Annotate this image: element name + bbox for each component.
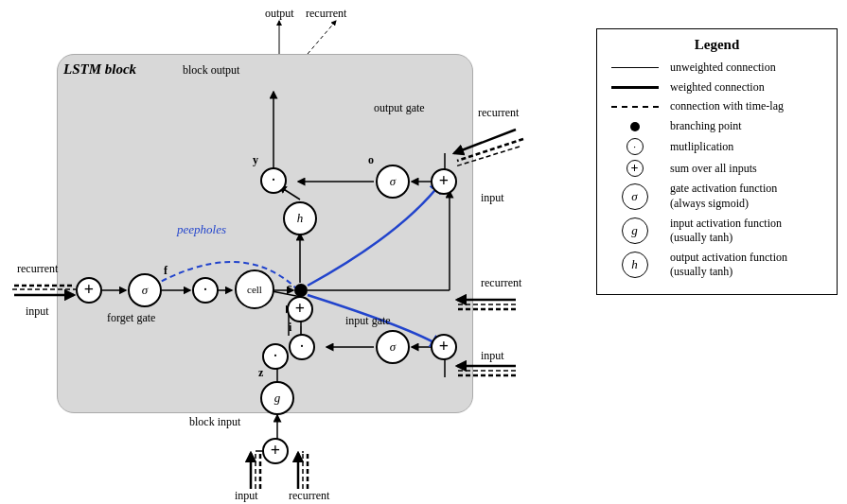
output-label: output: [265, 7, 294, 21]
input-bottom-label: input: [235, 489, 258, 503]
input-right-bottom-label: input: [481, 349, 504, 363]
forget-gate-label: forget gate: [107, 311, 155, 325]
timelag-text: connection with time-lag: [670, 99, 784, 114]
unweighted-text: unweighted connection: [670, 61, 776, 76]
g-circle: g: [622, 217, 648, 244]
recurrent-right-middle-label: recurrent: [481, 276, 521, 290]
legend-item-unweighted: unweighted connection: [609, 61, 825, 76]
recurrent-top-label: recurrent: [306, 7, 346, 21]
legend-title: Legend: [609, 37, 825, 53]
gate-activation-text: gate activation function(always sigmoid): [670, 182, 777, 211]
legend-item-sum: + sum over all inputs: [609, 160, 825, 177]
output-activation-symbol: h: [609, 252, 661, 278]
weighted-line-symbol: [609, 86, 661, 89]
branch-point-c: [294, 284, 308, 297]
legend-item-output-activation: h output activation function(usually tan…: [609, 251, 825, 280]
legend-item-input-activation: g input activation function(usually tanh…: [609, 217, 825, 246]
cell-input-plus: +: [287, 296, 313, 322]
forget-gate-sigma: σ: [128, 273, 162, 307]
input-gate-sigma: σ: [376, 330, 410, 364]
recurrent-left-label: recurrent: [17, 262, 58, 276]
f-label: f: [164, 264, 168, 278]
output-gate-sigma: σ: [376, 165, 410, 199]
multiply-text: mutliplication: [670, 140, 733, 155]
h-circle: h: [622, 252, 648, 278]
sum-circle: +: [626, 160, 644, 177]
multiply-circle: ·: [626, 138, 644, 155]
sigma-circle: σ: [622, 183, 648, 210]
forget-gate-dot: ·: [192, 277, 219, 304]
input-gate-plus: +: [431, 334, 457, 360]
legend-item-gate-activation: σ gate activation function(always sigmoi…: [609, 182, 825, 211]
input-gate-label: input gate: [345, 314, 391, 328]
gate-activation-symbol: σ: [609, 183, 661, 210]
branch-symbol: [609, 122, 661, 131]
input-left-label: input: [26, 304, 49, 319]
y-label: y: [253, 153, 258, 167]
block-input-g: g: [260, 381, 294, 415]
sum-text: sum over all inputs: [670, 162, 757, 177]
multiply-symbol: ·: [609, 138, 661, 155]
diagram-area: LSTM block: [5, 7, 554, 498]
o-label: o: [368, 153, 374, 167]
lstm-block-label: LSTM block: [63, 61, 136, 78]
branch-text: branching point: [670, 119, 742, 134]
sum-symbol: +: [609, 160, 661, 177]
legend-item-branch: branching point: [609, 119, 825, 134]
block-output-label: block output: [183, 63, 239, 78]
block-input-label: block input: [189, 415, 240, 429]
left-plus-node: +: [76, 277, 102, 304]
legend: Legend unweighted connection weighted co…: [596, 28, 838, 295]
main-container: LSTM block: [0, 0, 847, 504]
z-label: z: [258, 366, 263, 380]
block-input-plus: +: [262, 438, 289, 464]
output-gate-label: output gate: [374, 101, 425, 115]
output-activation-text: output activation function(usually tanh): [670, 251, 787, 280]
input-multiply-dot: ·: [289, 334, 315, 360]
legend-item-timelag: connection with time-lag: [609, 99, 825, 114]
i-label: i: [289, 321, 291, 335]
output-activation-h: h: [283, 201, 317, 235]
legend-item-multiply: · mutliplication: [609, 138, 825, 155]
input-activation-text: input activation function(usually tanh): [670, 217, 782, 246]
input-right-middle-label: input: [481, 191, 504, 205]
input-activation-symbol: g: [609, 217, 661, 244]
y-multiply-dot: ·: [260, 167, 287, 194]
weighted-text: weighted connection: [670, 80, 765, 96]
output-gate-plus: +: [431, 168, 457, 195]
recurrent-bottom-label: recurrent: [289, 489, 329, 503]
legend-item-weighted: weighted connection: [609, 80, 825, 96]
peepholes-label: peepholes: [177, 222, 226, 237]
recurrent-right-top-label: recurrent: [478, 106, 519, 120]
timelag-line-symbol: [609, 106, 661, 108]
c-label: c: [287, 281, 291, 295]
cell-node: cell: [235, 269, 274, 309]
unweighted-line-symbol: [609, 67, 661, 68]
svg-line-1: [308, 21, 336, 54]
z-multiply-dot: ·: [262, 343, 289, 370]
